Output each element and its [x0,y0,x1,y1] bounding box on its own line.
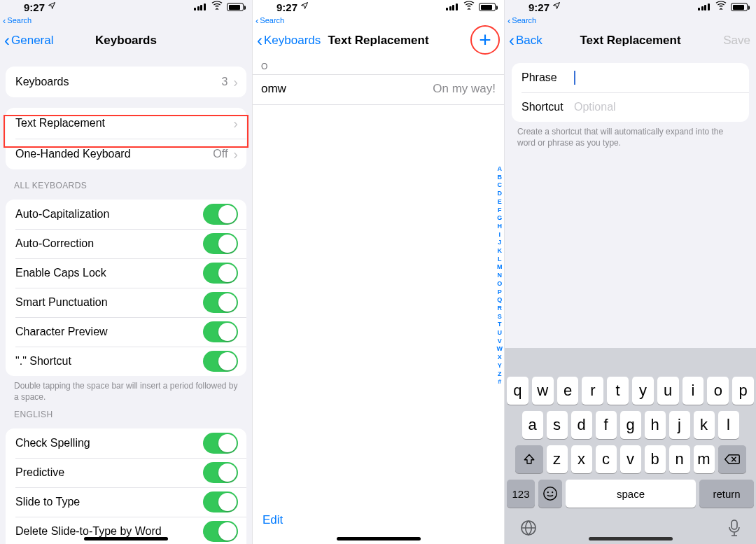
group-keyboards: Keyboards 3› [6,67,246,97]
key-f[interactable]: f [596,411,617,439]
alpha-index[interactable]: ABCDEFGHIJKLMNOPQRSTUVWXYZ# [497,165,503,386]
row-label: Check Spelling [15,437,90,449]
key-k[interactable]: k [694,411,715,439]
toggle-switch[interactable] [203,321,238,342]
row-label: Predictive [15,466,64,479]
home-indicator[interactable] [589,537,673,540]
key-a[interactable]: a [522,411,543,439]
toggle-row[interactable]: Predictive [6,458,246,487]
battery-icon [731,3,748,11]
toggle-switch[interactable] [203,233,238,254]
dictation-key[interactable] [728,519,741,536]
emoji-key[interactable] [538,480,562,508]
key-j[interactable]: j [669,411,690,439]
text-replacement-entry[interactable]: omw On my way! [253,74,504,105]
back-button[interactable]: ‹Back [509,34,542,48]
toggle-row[interactable]: "." Shortcut [6,347,246,376]
home-indicator[interactable] [84,537,168,540]
battery-icon [479,3,496,11]
key-p[interactable]: p [732,377,754,405]
section-header: O [253,56,504,74]
shortcut-field[interactable]: Shortcut Optional [512,92,749,122]
toggle-switch[interactable] [203,491,238,512]
row-label: Smart Punctuation [15,296,108,309]
toggle-row[interactable]: Smart Punctuation [6,288,246,317]
add-button[interactable]: + [479,29,491,50]
key-t[interactable]: t [607,377,629,405]
key-i[interactable]: i [682,377,704,405]
status-bar: 9:27 [0,0,252,15]
key-y[interactable]: y [632,377,654,405]
keyboard-row: asdfghjkl [507,411,754,439]
shift-key[interactable] [515,445,543,473]
key-o[interactable]: o [707,377,729,405]
keyboard-suggestion-bar [505,348,756,376]
save-button[interactable]: Save [723,34,750,48]
toggle-switch[interactable] [203,521,238,542]
key-c[interactable]: c [596,445,617,473]
key-u[interactable]: u [657,377,679,405]
keyboard-row: 123 space return [507,480,754,508]
toggle-row[interactable]: Character Preview [6,317,246,347]
key-r[interactable]: r [582,377,603,405]
backspace-key[interactable] [718,445,746,473]
chevron-icon: › [233,116,238,132]
return-key[interactable]: return [699,480,754,508]
toggle-row[interactable]: Auto-Correction [6,229,246,258]
screen-text-replacement-edit: 9:27 ‹Search ‹Back Text Replacement Save… [504,0,756,544]
nav-bar: ‹Keyboards Text Replacement + [253,25,504,56]
key-w[interactable]: w [532,377,554,405]
location-icon [48,1,56,10]
globe-key[interactable] [520,519,537,536]
breadcrumb-search[interactable]: ‹Search [253,15,504,25]
toggle-row[interactable]: Enable Caps Lock [6,258,246,288]
row-keyboards[interactable]: Keyboards 3› [6,67,246,97]
signal-icon [446,4,458,11]
key-s[interactable]: s [547,411,568,439]
key-x[interactable]: x [571,445,592,473]
numbers-key[interactable]: 123 [507,480,535,508]
svg-point-2 [552,491,553,493]
toggle-row[interactable]: Check Spelling [6,428,246,458]
toggle-switch[interactable] [203,351,238,372]
key-z[interactable]: z [547,445,568,473]
back-button[interactable]: ‹Keyboards [257,34,321,48]
screen-keyboards-settings: 9:27 ‹Search ‹General Keyboards Keyboard… [0,0,252,544]
section-header-all-keyboards: ALL KEYBOARDS [0,169,252,194]
group-all-keyboards: Auto-CapitalizationAuto-CorrectionEnable… [6,200,246,376]
key-b[interactable]: b [645,445,666,473]
svg-point-1 [547,491,549,493]
toggle-switch[interactable] [203,462,238,483]
row-one-handed-keyboard[interactable]: One-Handed Keyboard Off› [6,139,246,169]
chevron-icon: › [233,74,238,90]
toggle-switch[interactable] [203,433,238,454]
nav-bar: ‹Back Text Replacement Save [505,25,756,56]
text-caret [574,71,575,85]
key-m[interactable]: m [694,445,715,473]
key-h[interactable]: h [645,411,666,439]
keyboard-row: qwertyuiop [507,377,754,405]
key-q[interactable]: q [507,377,528,405]
toggle-row[interactable]: Slide to Type [6,487,246,517]
toggle-switch[interactable] [203,292,238,313]
key-l[interactable]: l [718,411,739,439]
wifi-icon [463,0,475,10]
keyboard-row: zxcvbnm [507,445,754,473]
breadcrumb-search[interactable]: ‹Search [505,15,756,25]
home-indicator[interactable] [337,537,421,540]
breadcrumb-search[interactable]: ‹Search [0,15,252,25]
edit-button[interactable]: Edit [262,513,283,527]
phrase-field[interactable]: Phrase [512,63,749,92]
back-button[interactable]: ‹General [4,34,53,48]
toggle-switch[interactable] [203,263,238,284]
space-key[interactable]: space [566,480,696,508]
key-n[interactable]: n [669,445,690,473]
key-g[interactable]: g [620,411,641,439]
key-v[interactable]: v [620,445,641,473]
row-text-replacement[interactable]: Text Replacement › [6,108,246,139]
key-d[interactable]: d [571,411,592,439]
toggle-row[interactable]: Auto-Capitalization [6,200,246,229]
key-e[interactable]: e [557,377,579,405]
toggle-switch[interactable] [203,204,238,225]
row-label: Text Replacement [15,117,105,130]
